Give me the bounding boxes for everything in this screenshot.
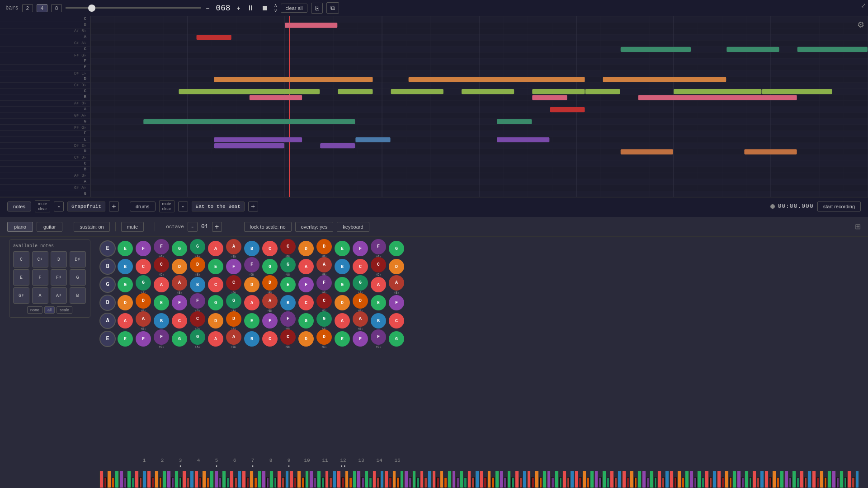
- piano-key-F♯-186[interactable]: [836, 477, 839, 488]
- piano-key-D-146[interactable]: [677, 471, 681, 488]
- piano-key-D-26[interactable]: [202, 471, 206, 488]
- piano-key-D♯-15[interactable]: [159, 477, 162, 488]
- piano-key-A-81[interactable]: [420, 471, 424, 488]
- note-circle-2-0[interactable]: G: [118, 277, 133, 292]
- note-cell-4-6[interactable]: D♯E♭: [225, 311, 242, 331]
- piano-key-D-98[interactable]: [487, 471, 491, 488]
- note-circle-3-2[interactable]: E: [154, 295, 169, 310]
- piano-key-C-36[interactable]: [242, 471, 246, 488]
- note-circle-5-0[interactable]: E: [118, 331, 133, 347]
- piano-key-F-101[interactable]: [500, 471, 504, 488]
- note-circle-1-11[interactable]: A: [316, 257, 332, 272]
- note-cell-1-14[interactable]: C♯D♭: [370, 257, 387, 277]
- note-cell-5-11[interactable]: D♯E♭: [316, 329, 333, 349]
- note-cell-2-7[interactable]: D: [243, 277, 260, 292]
- note-cell-2-11[interactable]: F♯G♭: [316, 275, 333, 295]
- piano-key-F-17[interactable]: [167, 471, 171, 488]
- piano-key-F-5[interactable]: [119, 471, 123, 488]
- piano-key-F-161[interactable]: [737, 471, 741, 488]
- piano-key-F-125[interactable]: [594, 471, 599, 488]
- piano-key-D-134[interactable]: [630, 471, 634, 488]
- piano-key-C♯-145[interactable]: [674, 477, 677, 488]
- note-circle-4-1[interactable]: A: [136, 311, 151, 327]
- piano-key-D♯-39[interactable]: [254, 477, 257, 488]
- piano-key-G-103[interactable]: [507, 471, 511, 488]
- piano-key-D♯-123[interactable]: [587, 477, 590, 488]
- piano-key-C♯-157[interactable]: [722, 477, 724, 488]
- note-circle-1-3[interactable]: D: [172, 259, 187, 274]
- note-cell-4-13[interactable]: A♯B♭: [352, 311, 369, 331]
- note-circle-3-0[interactable]: D: [118, 295, 133, 310]
- drums-track-button[interactable]: drums: [130, 202, 156, 211]
- piano-key-G♯-116[interactable]: [559, 477, 562, 488]
- avail-note-b[interactable]: B: [70, 287, 86, 304]
- piano-key-D♯-183[interactable]: [824, 477, 827, 488]
- note-circle-0-5[interactable]: A: [208, 241, 223, 256]
- note-cell-2-0[interactable]: G: [117, 277, 134, 292]
- note-cell-0-6[interactable]: A♯B♭: [225, 239, 242, 258]
- note-cell-2-14[interactable]: A: [370, 277, 387, 292]
- note-cell-5-7[interactable]: B: [243, 331, 260, 347]
- piano-key-E-172[interactable]: [780, 471, 784, 488]
- piano-key-A-9[interactable]: [135, 471, 139, 488]
- piano-key-G♯-152[interactable]: [702, 477, 704, 488]
- note-circle-5-15[interactable]: G: [389, 331, 404, 347]
- piano-key-A♯-94[interactable]: [472, 477, 474, 488]
- piano-key-D♯-171[interactable]: [777, 477, 779, 488]
- note-cell-5-12[interactable]: E: [334, 331, 351, 347]
- note-circle-1-6[interactable]: F: [226, 259, 241, 274]
- note-cell-0-12[interactable]: E: [334, 241, 351, 256]
- piano-key-G♯-140[interactable]: [654, 477, 657, 488]
- piano-key-F♯-90[interactable]: [456, 477, 459, 488]
- piano-key-C♯-1[interactable]: [104, 477, 107, 488]
- note-cell-2-10[interactable]: F: [297, 277, 315, 292]
- note-cell-3-12[interactable]: D: [334, 295, 351, 310]
- piano-key-G♯-128[interactable]: [607, 477, 609, 488]
- piano-key-G♯-164[interactable]: [749, 477, 752, 488]
- piano-key-A♯-22[interactable]: [187, 477, 189, 488]
- note-cell-0-14[interactable]: F♯G♭: [370, 239, 387, 258]
- piano-key-D-74[interactable]: [392, 471, 396, 488]
- piano-key-A♯-154[interactable]: [709, 477, 712, 488]
- note-circle-0-12[interactable]: E: [335, 241, 350, 256]
- note-cell-2-8[interactable]: D♯E♭: [261, 275, 278, 295]
- piano-key-D-2[interactable]: [107, 471, 111, 488]
- note-cell-3-6[interactable]: G♯A♭: [225, 293, 242, 313]
- note-cell-3-2[interactable]: E: [153, 295, 170, 310]
- note-circle-2-9[interactable]: E: [280, 277, 296, 292]
- note-circle-5-7[interactable]: B: [244, 331, 259, 347]
- note-circle-4-8[interactable]: F: [262, 313, 278, 328]
- note-cell-5-3[interactable]: G: [171, 331, 188, 347]
- note-circle-3-6[interactable]: G: [226, 293, 241, 309]
- note-cell-4-10[interactable]: G: [297, 313, 315, 328]
- octave-minus-button[interactable]: -: [188, 222, 198, 232]
- note-cell-0-3[interactable]: G: [171, 241, 188, 256]
- piano-key-C♯-85[interactable]: [436, 477, 439, 488]
- piano-key-C♯-73[interactable]: [389, 477, 392, 488]
- piano-key-D♯-111[interactable]: [539, 477, 542, 488]
- note-circle-0-10[interactable]: D: [298, 241, 314, 256]
- piano-key-A♯-106[interactable]: [519, 477, 522, 488]
- note-cell-5-15[interactable]: G: [388, 331, 405, 347]
- avail-note-fs[interactable]: F♯: [51, 269, 67, 286]
- note-cell-4-5[interactable]: D: [207, 313, 224, 328]
- piano-key-A♯-118[interactable]: [567, 477, 570, 488]
- expand-button[interactable]: ⤢: [861, 2, 866, 9]
- note-cell-1-12[interactable]: B: [334, 259, 351, 274]
- piano-key-G♯-56[interactable]: [321, 477, 324, 488]
- note-cell-5-8[interactable]: C: [261, 331, 278, 347]
- note-cell-4-11[interactable]: G♯A♭: [316, 311, 333, 331]
- note-cell-1-9[interactable]: G♯A♭: [279, 257, 297, 277]
- stop-button[interactable]: ⏹: [259, 3, 270, 13]
- note-cell-5-2[interactable]: F♯G♭: [153, 329, 170, 349]
- note-cell-0-13[interactable]: F: [352, 241, 369, 256]
- note-cell-1-8[interactable]: G: [261, 259, 278, 274]
- filter-scale-button[interactable]: scale: [57, 306, 72, 314]
- note-circle-3-9[interactable]: B: [280, 295, 296, 310]
- note-circle-2-12[interactable]: G: [335, 277, 350, 292]
- arrow-down-button[interactable]: ∨: [274, 8, 277, 14]
- note-circle-3-3[interactable]: F: [172, 295, 187, 310]
- piano-key-A-93[interactable]: [467, 471, 472, 488]
- note-circle-4-15[interactable]: C: [389, 313, 404, 328]
- piano-key-C-156[interactable]: [717, 471, 721, 488]
